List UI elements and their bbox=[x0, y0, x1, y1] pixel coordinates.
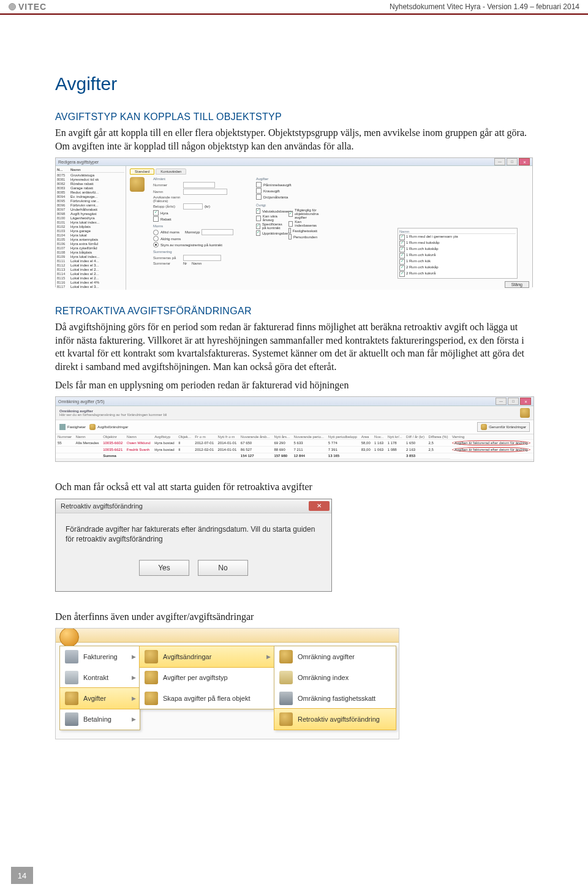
menu-item[interactable]: Omräkning fastighetsskatt bbox=[274, 688, 396, 709]
list-item[interactable]: 8115Lokal index el 2... bbox=[57, 276, 124, 280]
list-item[interactable]: 2 Rum och kokvrå bbox=[399, 271, 516, 278]
list-item[interactable]: 2 Rum och kokskåp bbox=[399, 265, 516, 271]
tab-fastigheter[interactable]: Fastigheter bbox=[59, 424, 86, 430]
table-row[interactable]: 10035-6621Fredrik SvanhHyra bostadII2012… bbox=[56, 447, 533, 453]
checkbox[interactable] bbox=[256, 194, 262, 200]
list-item[interactable]: 8107Hyra cykelförråd bbox=[57, 246, 124, 250]
list-item[interactable]: 8112Lokal index el 3... bbox=[57, 263, 124, 267]
section-heading: AVGIFTSTYP KAN KOPPLAS TILL OBJEKTSTYP bbox=[55, 111, 533, 123]
aldrig-moms-radio[interactable] bbox=[153, 236, 159, 241]
app-orb-button[interactable] bbox=[59, 628, 79, 647]
checkbox[interactable] bbox=[256, 230, 260, 236]
list-item[interactable]: 1 Rum och kokskåp bbox=[399, 247, 516, 253]
page-number: 14 bbox=[11, 867, 33, 884]
genomfor-button[interactable]: Genomför förändringar bbox=[477, 422, 530, 432]
styr-moms-radio[interactable] bbox=[153, 242, 159, 247]
list-item[interactable]: 8094Ev. indragavge... bbox=[57, 194, 124, 198]
alltid-moms-radio[interactable] bbox=[153, 230, 159, 235]
avgiftstyp-list[interactable]: N...Namn 8075Grovtvättstuga8081Hyresredu… bbox=[56, 166, 126, 290]
minimize-button[interactable]: — bbox=[494, 158, 505, 165]
list-item[interactable]: 8109Hyra lokal index... bbox=[57, 254, 124, 259]
close-button[interactable]: ✕ bbox=[519, 158, 530, 165]
checkbox[interactable] bbox=[288, 228, 291, 233]
list-item[interactable]: 8102Hyra bilplats bbox=[57, 224, 124, 228]
menu-item[interactable]: Avgifter per avgiftstyp bbox=[140, 667, 274, 688]
list-item[interactable]: 8100Lägenhetshyra bbox=[57, 216, 124, 220]
menu-item[interactable]: Omräkning avgifter bbox=[274, 646, 396, 667]
list-item[interactable]: 1 Rum med del i gemensam yta bbox=[399, 235, 516, 241]
page-header: VITEC Nyhetsdokument Vitec Hyra - Versio… bbox=[0, 0, 588, 15]
close-button[interactable]: ✕ bbox=[309, 501, 330, 511]
menu-item[interactable]: Kontrakt▶ bbox=[60, 667, 140, 688]
list-item[interactable]: 8082Rörelse rabatt bbox=[57, 181, 124, 186]
list-item[interactable]: 8106Hyra extra förråd bbox=[57, 241, 124, 246]
stang-button[interactable]: Stäng bbox=[505, 281, 529, 288]
list-item[interactable]: 8096Förbrukn varmt... bbox=[57, 203, 124, 207]
list-item[interactable]: 8085Reduc anläsvfö... bbox=[57, 190, 124, 194]
list-item[interactable]: 8116Lokal index el 4% bbox=[57, 280, 124, 284]
list-item[interactable]: 8113Lokal index el 2... bbox=[57, 267, 124, 271]
momstyp-select[interactable] bbox=[202, 229, 233, 235]
list-item[interactable]: 8117Lokal index el 3... bbox=[57, 284, 124, 289]
maximize-button[interactable]: □ bbox=[507, 158, 518, 165]
list-item[interactable]: 8114Lokal index el 2... bbox=[57, 271, 124, 276]
list-item[interactable]: 1 Rum och kök bbox=[399, 259, 516, 265]
no-button[interactable]: No bbox=[198, 560, 248, 576]
checkbox[interactable] bbox=[288, 211, 293, 217]
list-item[interactable]: 8095Förbrukning var... bbox=[57, 198, 124, 203]
list-item[interactable]: 8101Hyra lokal index... bbox=[57, 220, 124, 224]
objektstyp-list[interactable]: Namn 1 Rum med del i gemensam yta1 Rum m… bbox=[398, 228, 518, 279]
tab-kontovarden[interactable]: Kontovärden bbox=[156, 168, 186, 175]
minimize-button[interactable]: — bbox=[496, 398, 507, 405]
checkbox[interactable] bbox=[256, 216, 261, 221]
yes-button[interactable]: Yes bbox=[139, 560, 189, 576]
list-item[interactable]: 8075Grovtvättstuga bbox=[57, 173, 124, 177]
screenshot-redigera-avgiftstyper: Redigera avgiftstyper — □ ✕ N...Namn 807… bbox=[55, 157, 533, 287]
list-item[interactable]: 8098Avgift hyresgäst bbox=[57, 211, 124, 216]
tab-standard[interactable]: Standard bbox=[130, 168, 154, 175]
belopp-input[interactable] bbox=[183, 203, 203, 210]
bag-icon bbox=[65, 692, 78, 705]
hyra-checkbox[interactable] bbox=[153, 210, 159, 216]
menu-item[interactable]: Fakturering▶ bbox=[60, 646, 140, 667]
screenshot-menu: Fakturering▶Kontrakt▶Avgifter▶Betalning▶… bbox=[55, 628, 399, 739]
checkbox[interactable] bbox=[256, 182, 262, 187]
section-body: En avgift går att koppla till en eller f… bbox=[55, 126, 533, 153]
menu-col3: Omräkning avgifterOmräkning indexOmräkni… bbox=[274, 646, 396, 730]
checkbox[interactable] bbox=[288, 234, 292, 240]
list-item[interactable]: 8108Hyra båtplats bbox=[57, 250, 124, 254]
moneybag-icon bbox=[520, 408, 530, 418]
body-text: Och man får också ett val att starta gui… bbox=[55, 480, 533, 494]
nummer-input[interactable] bbox=[183, 182, 215, 188]
menu-col2: Avgiftsändringar▶Avgifter per avgiftstyp… bbox=[139, 646, 275, 709]
list-item[interactable]: 1 Rum med kokskåp bbox=[399, 241, 516, 247]
close-button[interactable]: ✕ bbox=[520, 398, 531, 405]
list-item[interactable]: 8111Lokal index el 4... bbox=[57, 259, 124, 263]
summeraspa-select[interactable] bbox=[183, 255, 221, 261]
menu-item[interactable]: Betalning▶ bbox=[60, 709, 140, 730]
menu-item[interactable]: Retroaktiv avgiftsförändring bbox=[274, 708, 396, 730]
menu-item[interactable]: Skapa avgifter på flera objekt bbox=[140, 688, 274, 709]
list-item[interactable]: 8097Underhållsrabatt bbox=[57, 207, 124, 211]
menu-item[interactable]: Avgifter▶ bbox=[59, 687, 140, 709]
rabatt-checkbox[interactable] bbox=[153, 216, 159, 222]
list-item[interactable]: 8104Hyra lokal bbox=[57, 233, 124, 237]
window-titlebar: Omräkning avgifter (5/5) — □ ✕ bbox=[56, 397, 533, 406]
checkbox[interactable] bbox=[256, 208, 260, 214]
list-item[interactable]: 8081Hyresreduc tid sk bbox=[57, 177, 124, 181]
namn-input[interactable] bbox=[183, 189, 227, 195]
list-item[interactable]: 8103Hyra garage bbox=[57, 228, 124, 233]
tab-avgiftsforandringar[interactable]: Avgiftsförändringar bbox=[89, 424, 128, 430]
list-item[interactable]: 1 Rum och kokvrå bbox=[399, 253, 516, 259]
chevron-right-icon: ▶ bbox=[266, 654, 271, 660]
checkbox[interactable] bbox=[256, 188, 262, 194]
list-item[interactable]: 8083Garage rabatt bbox=[57, 186, 124, 190]
maximize-button[interactable]: □ bbox=[508, 398, 519, 405]
table-row[interactable]: 55Alla Mercedes10035-6602Owen WiklundHyr… bbox=[56, 440, 533, 447]
checkbox[interactable] bbox=[288, 221, 293, 227]
checkbox[interactable] bbox=[256, 224, 260, 229]
menu-item[interactable]: Avgiftsändringar▶ bbox=[139, 646, 275, 668]
bag-icon bbox=[279, 712, 293, 726]
menu-item[interactable]: Omräkning index bbox=[274, 667, 396, 688]
list-item[interactable]: 8105Hyra antennplats bbox=[57, 237, 124, 241]
